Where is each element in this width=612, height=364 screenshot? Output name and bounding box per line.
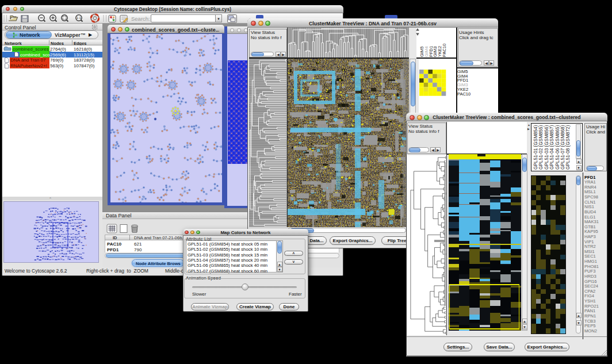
svg-text:1:1: 1:1 [76, 16, 82, 20]
